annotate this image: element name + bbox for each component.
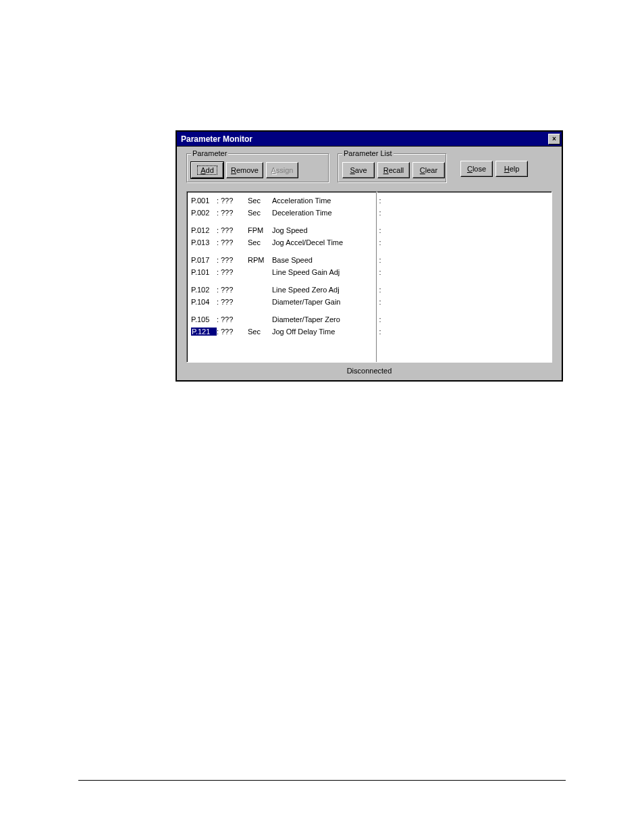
param-desc: Diameter/Taper Gain — [272, 298, 373, 306]
param-unit: Sec — [248, 328, 272, 336]
assign-button: Assign — [266, 162, 298, 178]
param-value: ??? — [221, 238, 248, 246]
param-value: ??? — [221, 298, 248, 306]
list-divider — [376, 192, 377, 362]
param-id: P.013 — [191, 238, 217, 246]
list-item[interactable]: P.102:???Line Speed Zero Adj: — [191, 284, 552, 296]
param-value: ??? — [221, 256, 248, 264]
param-unit: Sec — [248, 209, 272, 217]
param-id: P.105 — [191, 315, 217, 323]
param-value: ??? — [221, 286, 248, 294]
group-parameter: Parameter Add Remove Assign — [186, 153, 329, 183]
list-item[interactable]: P.012:???FPMJog Speed: — [191, 224, 552, 236]
status-text: Disconnected — [186, 363, 552, 376]
right-buttons: Close Help — [460, 153, 528, 183]
param-id: P.001 — [191, 197, 217, 205]
param-id: P.104 — [191, 298, 217, 306]
parameter-list[interactable]: P.001:???SecAcceleration Time:P.002:???S… — [186, 191, 552, 363]
close-button[interactable]: Close — [460, 161, 493, 177]
list-item[interactable]: P.104:???Diameter/Taper Gain: — [191, 296, 552, 308]
param-unit: RPM — [248, 256, 272, 264]
group-parameter-list-legend: Parameter List — [342, 149, 394, 157]
param-desc: Jog Off Delay Time — [272, 328, 373, 336]
param-unit: FPM — [248, 226, 272, 234]
add-button[interactable]: Add — [191, 162, 223, 178]
param-value: ??? — [221, 197, 248, 205]
footer-rule — [78, 780, 566, 781]
param-desc: Diameter/Taper Zero — [272, 315, 373, 323]
param-id: P.101 — [191, 268, 217, 276]
param-desc: Base Speed — [272, 256, 373, 264]
param-unit: Sec — [248, 197, 272, 205]
list-item[interactable]: P.105:???Diameter/Taper Zero: — [191, 313, 552, 325]
list-item[interactable]: P.121:???SecJog Off Delay Time: — [191, 325, 552, 338]
list-item[interactable]: P.101:???Line Speed Gain Adj: — [191, 266, 552, 278]
group-parameter-legend: Parameter — [191, 149, 228, 157]
param-value: ??? — [221, 226, 248, 234]
list-item[interactable]: P.002:???SecDeceleration Time: — [191, 207, 552, 219]
clear-button[interactable]: Clear — [412, 162, 445, 178]
param-id: P.102 — [191, 286, 217, 294]
param-id: P.121 — [191, 328, 217, 336]
titlebar-text: Parameter Monitor — [181, 134, 548, 144]
recall-button[interactable]: Recall — [377, 162, 410, 178]
param-desc: Line Speed Gain Adj — [272, 268, 373, 276]
param-desc: Deceleration Time — [272, 209, 373, 217]
param-id: P.002 — [191, 209, 217, 217]
param-value: ??? — [221, 209, 248, 217]
group-parameter-list: Parameter List Save Recall Clear — [338, 153, 447, 183]
list-item[interactable]: P.017:???RPMBase Speed: — [191, 254, 552, 266]
parameter-monitor-dialog: Parameter Monitor × Parameter Add Remove… — [176, 130, 563, 382]
titlebar: Parameter Monitor × — [177, 132, 562, 147]
list-item[interactable]: P.013:???SecJog Accel/Decel Time: — [191, 236, 552, 249]
list-item[interactable]: P.001:???SecAcceleration Time: — [191, 194, 552, 207]
save-button[interactable]: Save — [342, 162, 375, 178]
param-desc: Jog Speed — [272, 226, 373, 234]
param-value: ??? — [221, 328, 248, 336]
param-id: P.012 — [191, 226, 217, 234]
param-value: ??? — [221, 268, 248, 276]
dialog-body: Parameter Add Remove Assign Parameter Li… — [177, 147, 562, 380]
help-button[interactable]: Help — [495, 161, 528, 177]
param-unit: Sec — [248, 238, 272, 246]
remove-button[interactable]: Remove — [226, 162, 263, 178]
param-value: ??? — [221, 315, 248, 323]
close-icon[interactable]: × — [548, 134, 560, 145]
param-id: P.017 — [191, 256, 217, 264]
param-desc: Line Speed Zero Adj — [272, 286, 373, 294]
toolbar: Parameter Add Remove Assign Parameter Li… — [186, 153, 552, 183]
param-desc: Jog Accel/Decel Time — [272, 238, 373, 246]
param-desc: Acceleration Time — [272, 197, 373, 205]
